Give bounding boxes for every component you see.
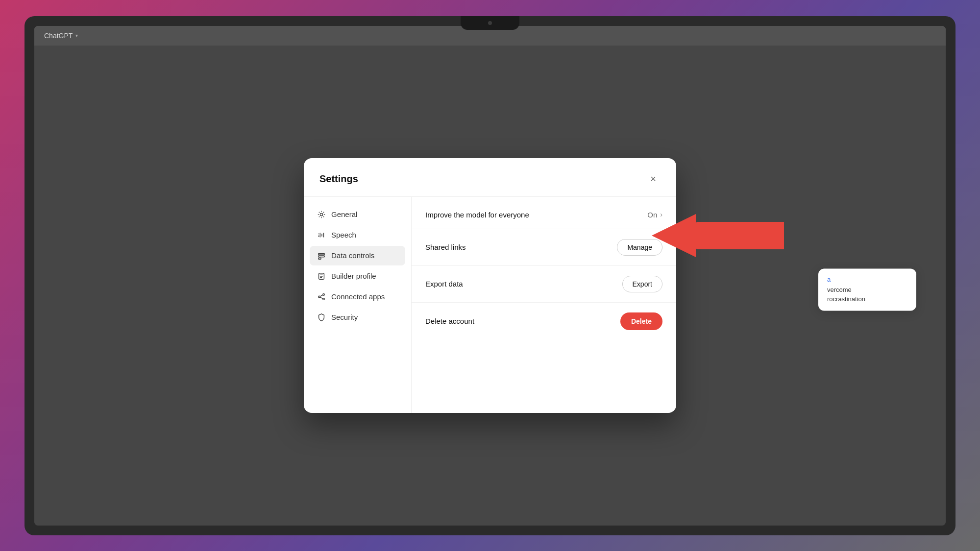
delete-account-label: Delete account bbox=[425, 317, 474, 325]
app-chevron-icon: ▾ bbox=[75, 33, 78, 38]
setting-row-improve-model: Improve the model for everyone On › bbox=[412, 201, 676, 229]
sidebar-item-data-controls-label: Data controls bbox=[331, 251, 374, 260]
gear-icon bbox=[317, 210, 326, 219]
background: ChatGPT ▾ Settings × bbox=[0, 0, 980, 551]
svg-rect-2 bbox=[318, 256, 325, 257]
sidebar-item-speech[interactable]: Speech bbox=[310, 225, 405, 245]
app-name: ChatGPT bbox=[44, 32, 73, 40]
screen: ChatGPT ▾ Settings × bbox=[34, 26, 946, 526]
export-data-label: Export data bbox=[425, 280, 463, 288]
modal-header: Settings × bbox=[304, 158, 676, 197]
sidebar-item-connected-apps[interactable]: Connected apps bbox=[310, 287, 405, 307]
arrow-container bbox=[696, 222, 784, 249]
close-icon: × bbox=[650, 173, 656, 185]
improve-model-label: Improve the model for everyone bbox=[425, 211, 529, 219]
svg-line-11 bbox=[320, 295, 322, 296]
main-content: Improve the model for everyone On › Shar… bbox=[412, 197, 676, 413]
sidebar-item-builder-profile[interactable]: Builder profile bbox=[310, 266, 405, 286]
camera-notch bbox=[461, 16, 519, 30]
setting-row-shared-links: Shared links Manage bbox=[412, 229, 676, 266]
laptop-bezel: ChatGPT ▾ Settings × bbox=[24, 16, 956, 535]
setting-row-delete-account: Delete account Delete bbox=[412, 303, 676, 340]
sidebar-item-speech-label: Speech bbox=[331, 231, 356, 239]
settings-sidebar: General Speech bbox=[304, 197, 412, 413]
camera-dot bbox=[488, 21, 492, 25]
connected-apps-icon bbox=[317, 292, 326, 302]
sidebar-item-security[interactable]: Security bbox=[310, 308, 405, 327]
sidebar-item-data-controls[interactable]: Data controls bbox=[310, 246, 405, 265]
modal-body: General Speech bbox=[304, 197, 676, 413]
svg-point-8 bbox=[318, 296, 320, 298]
settings-modal: Settings × bbox=[304, 158, 676, 413]
shared-links-label: Shared links bbox=[425, 243, 466, 251]
sidebar-item-connected-apps-label: Connected apps bbox=[331, 292, 385, 301]
arrow-body bbox=[696, 222, 784, 249]
sidebar-item-security-label: Security bbox=[331, 313, 358, 321]
close-button[interactable]: × bbox=[646, 172, 661, 187]
chat-snippet-text: vercome rocrastination bbox=[827, 285, 907, 304]
setting-row-export-data: Export data Export bbox=[412, 266, 676, 303]
builder-profile-icon bbox=[317, 271, 326, 281]
chat-snippet-link: a bbox=[827, 275, 907, 283]
modal-backdrop: Settings × bbox=[34, 46, 946, 526]
modal-title: Settings bbox=[319, 173, 358, 185]
red-arrow-annotation bbox=[696, 222, 784, 249]
export-button[interactable]: Export bbox=[622, 276, 662, 292]
svg-point-9 bbox=[323, 293, 325, 295]
security-icon bbox=[317, 312, 326, 322]
sidebar-item-builder-profile-label: Builder profile bbox=[331, 272, 376, 280]
svg-point-10 bbox=[323, 298, 325, 300]
delete-button[interactable]: Delete bbox=[620, 312, 662, 330]
data-controls-icon bbox=[317, 251, 326, 261]
sidebar-item-general-label: General bbox=[331, 210, 357, 218]
svg-rect-1 bbox=[318, 253, 325, 255]
app-title: ChatGPT ▾ bbox=[44, 32, 78, 40]
chat-snippet-card: a vercome rocrastination bbox=[818, 268, 916, 311]
sidebar-item-general[interactable]: General bbox=[310, 205, 405, 224]
svg-line-12 bbox=[320, 297, 322, 298]
svg-rect-3 bbox=[318, 258, 321, 259]
svg-point-0 bbox=[320, 213, 322, 216]
speech-icon bbox=[317, 230, 326, 240]
arrow-head bbox=[652, 214, 696, 257]
